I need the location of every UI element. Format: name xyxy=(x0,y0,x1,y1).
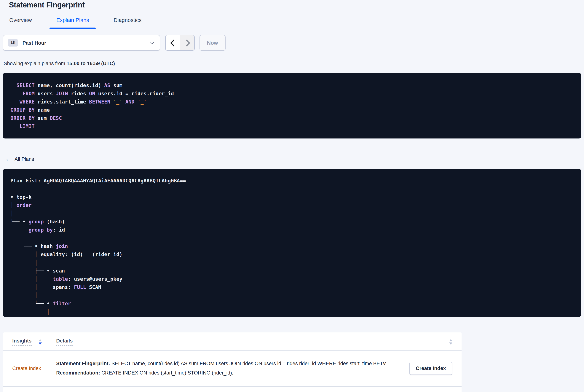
code-line: GROUP BY name xyxy=(10,106,574,114)
next-time-button[interactable] xyxy=(180,35,194,50)
code-line: └── • filter xyxy=(10,299,574,308)
code-line: SELECT name, count(rides.id) AS sum xyxy=(10,81,574,89)
insights-column-header-cell: Insights xyxy=(12,338,56,346)
plan-gist-line: Plan Gist: AgHUAQIABQAAAHYAQIAiAEAAAADCQ… xyxy=(10,176,574,185)
code-line: │ xyxy=(10,291,574,299)
showing-range-bold: 15:00 to 16:59 (UTC) xyxy=(67,61,115,66)
create-index-button[interactable]: Create Index xyxy=(409,362,452,375)
time-controls-row: 1h Past Hour Now xyxy=(3,35,581,51)
previous-time-button[interactable] xyxy=(166,35,180,50)
code-line: │ table: users@users_pkey xyxy=(10,275,574,283)
insights-table-card: Insights Details Create Index Statement … xyxy=(3,332,462,392)
tab-bar: Overview Explain Plans Diagnostics xyxy=(3,17,581,29)
sql-statement-panel: SELECT name, count(rides.id) AS sum FROM… xyxy=(3,73,581,138)
code-line: ORDER BY sum DESC xyxy=(10,114,574,122)
code-line: │ xyxy=(10,258,574,266)
time-pager xyxy=(165,35,195,51)
time-range-badge: 1h xyxy=(8,39,18,46)
details-column-header-cell: Details xyxy=(56,338,452,346)
tab-explain-plans[interactable]: Explain Plans xyxy=(56,17,89,29)
all-plans-link[interactable]: ← All Plans xyxy=(5,156,34,162)
chevron-down-icon xyxy=(150,40,154,44)
insight-detail-line: Recommendation: CREATE INDEX ON rides (s… xyxy=(56,368,386,378)
sort-desc-icon xyxy=(449,342,452,345)
chevron-left-icon xyxy=(170,40,177,46)
all-plans-label: All Plans xyxy=(14,156,34,162)
code-line: │ group by: id xyxy=(10,226,574,234)
insights-column-header[interactable]: Insights xyxy=(12,338,32,346)
back-arrow-icon: ← xyxy=(5,156,11,162)
time-range-dropdown[interactable]: 1h Past Hour xyxy=(3,35,160,51)
code-line: ├── • scan xyxy=(10,266,574,275)
code-line: • top-k xyxy=(10,193,574,201)
sort-desc-icon xyxy=(39,342,42,345)
showing-prefix: Showing explain plans from xyxy=(4,61,67,66)
plan-gist-panel: Plan Gist: AgHUAQIABQAAAHYAQIAiAEAAAADCQ… xyxy=(3,169,581,317)
statement-fingerprint-page: Statement Fingerprint Overview Explain P… xyxy=(0,0,584,392)
page-title: Statement Fingerprint xyxy=(0,0,584,9)
plan-tree: • top-k│ order│└── • group (hash) │ grou… xyxy=(10,193,574,316)
code-line: │ spans: FULL SCAN xyxy=(10,283,574,291)
now-button[interactable]: Now xyxy=(199,35,225,51)
details-sort-control[interactable] xyxy=(449,339,452,345)
code-line: │ equality: (id) = (rider_id) xyxy=(10,250,574,258)
code-line: │ xyxy=(10,234,574,242)
insight-type-link[interactable]: Create Index xyxy=(12,366,56,371)
insight-table-row: Create Index Statement Fingerprint: SELE… xyxy=(3,351,462,387)
showing-range-text: Showing explain plans from 15:00 to 16:5… xyxy=(4,61,581,66)
chevron-right-icon xyxy=(183,40,190,46)
code-line: └── • group (hash) xyxy=(10,218,574,226)
code-line: FROM users JOIN rides ON users.id = ride… xyxy=(10,89,574,98)
plan-gist-value: AgHUAQIABQAAAHYAQIAiAEAAAADCQACAgAABQILA… xyxy=(44,178,186,184)
tab-overview[interactable]: Overview xyxy=(9,17,32,29)
sort-asc-icon xyxy=(39,339,42,341)
insights-table-header: Insights Details xyxy=(3,332,462,351)
code-line: │ xyxy=(10,209,574,218)
insight-detail-line: Statement Fingerprint: SELECT name, coun… xyxy=(56,359,386,368)
code-line: └── • hash join xyxy=(10,242,574,250)
insights-sort-control[interactable] xyxy=(39,339,42,345)
code-line: │ order xyxy=(10,201,574,209)
details-column-header[interactable]: Details xyxy=(56,338,73,346)
time-range-label: Past Hour xyxy=(22,40,46,46)
tab-diagnostics[interactable]: Diagnostics xyxy=(114,17,142,29)
code-line: WHERE rides.start_time BETWEEN '_' AND '… xyxy=(10,98,574,106)
insight-details-cell: Statement Fingerprint: SELECT name, coun… xyxy=(56,359,396,378)
plan-gist-label: Plan Gist: xyxy=(10,178,44,184)
code-line: LIMIT _ xyxy=(10,122,574,130)
sort-asc-icon xyxy=(449,339,452,341)
code-line: │ xyxy=(10,308,574,316)
